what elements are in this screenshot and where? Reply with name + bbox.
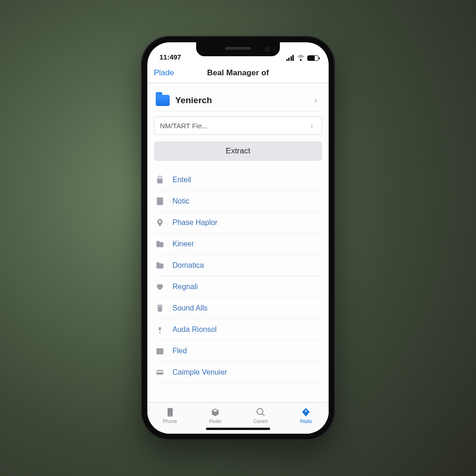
path-placeholder: NM/TART Fie... xyxy=(160,122,208,130)
list-item-label: Sound Alls xyxy=(172,304,208,312)
back-button[interactable]: Plade xyxy=(154,63,174,83)
list-item-label: Notic xyxy=(172,197,189,205)
folder-icon xyxy=(154,261,166,270)
tab-phone[interactable]: Phone xyxy=(147,403,193,428)
tag-tab-icon xyxy=(300,407,311,417)
wifi-icon xyxy=(297,55,304,61)
pin-icon xyxy=(154,218,166,227)
extract-button[interactable]: Extract xyxy=(154,141,322,161)
back-label: Plade xyxy=(154,68,174,78)
audio-icon xyxy=(154,325,166,334)
path-input[interactable]: NM/TART Fie... › xyxy=(154,116,322,135)
tab-label: INalis xyxy=(300,418,312,424)
list-item[interactable]: Kineer xyxy=(154,233,322,255)
tab-pioter[interactable]: Pioter xyxy=(193,403,238,428)
list-item-label: Fled xyxy=(172,347,187,355)
tab-label: Pioter xyxy=(209,418,222,424)
folder-icon xyxy=(156,95,170,106)
item-list: EnteilNoticPhase HaplorKineerDomaticaReg… xyxy=(154,169,322,383)
list-item[interactable]: Enteil xyxy=(154,169,322,191)
page-title: Beal Manager of xyxy=(207,68,269,78)
notch xyxy=(196,42,280,56)
content: Yenierch › NM/TART Fie... › Extract Ente… xyxy=(147,83,329,402)
battery-icon xyxy=(307,55,318,61)
list-item-label: Kineer xyxy=(172,240,194,248)
screen: 11:497 Plade Beal Manager of Yenierch › xyxy=(147,42,329,434)
lock-icon xyxy=(154,175,166,185)
nav-header: Plade Beal Manager of xyxy=(147,63,329,83)
calendar-icon xyxy=(154,346,166,356)
cellular-icon xyxy=(286,55,294,61)
list-item[interactable]: Regnali xyxy=(154,276,322,298)
folder-row[interactable]: Yenierch › xyxy=(154,90,322,112)
notebook-icon xyxy=(154,197,166,206)
list-item[interactable]: Fled xyxy=(154,340,322,362)
phone-frame: 11:497 Plade Beal Manager of Yenierch › xyxy=(141,36,335,440)
tab-inalis[interactable]: INalis xyxy=(284,403,329,428)
list-item[interactable]: Phase Haplor xyxy=(154,212,322,233)
trash-icon xyxy=(154,304,166,313)
tab-label: Phone xyxy=(163,418,177,424)
search-tab-icon xyxy=(255,407,266,417)
box-tab-icon xyxy=(210,407,221,417)
heart-icon xyxy=(154,282,166,291)
list-item[interactable]: Domatica xyxy=(154,255,322,276)
folder-name: Yenierch xyxy=(175,95,309,106)
list-item[interactable]: Notic xyxy=(154,191,322,212)
tab-canert[interactable]: Canert xyxy=(238,403,284,428)
list-item[interactable]: Sound Alls xyxy=(154,298,322,319)
list-item-label: Caimple Venuier xyxy=(172,368,227,377)
home-indicator[interactable] xyxy=(206,428,270,430)
extract-label: Extract xyxy=(226,146,251,156)
list-item-label: Enteil xyxy=(172,176,191,184)
list-item-label: Auda Rionsol xyxy=(172,325,217,334)
phone-tab-icon xyxy=(165,407,176,417)
folder-icon xyxy=(154,239,166,249)
list-item-label: Domatica xyxy=(172,261,204,270)
list-item[interactable]: Auda Rionsol xyxy=(154,319,322,340)
chevron-right-icon: › xyxy=(310,120,316,131)
status-time: 11:497 xyxy=(159,53,181,61)
list-item-label: Regnali xyxy=(172,283,198,291)
card-icon xyxy=(154,368,166,377)
list-item-label: Phase Haplor xyxy=(172,218,218,227)
list-item[interactable]: Caimple Venuier xyxy=(154,362,322,383)
tab-label: Canert xyxy=(253,418,268,424)
chevron-right-icon: › xyxy=(314,94,320,106)
status-indicators xyxy=(286,55,319,61)
